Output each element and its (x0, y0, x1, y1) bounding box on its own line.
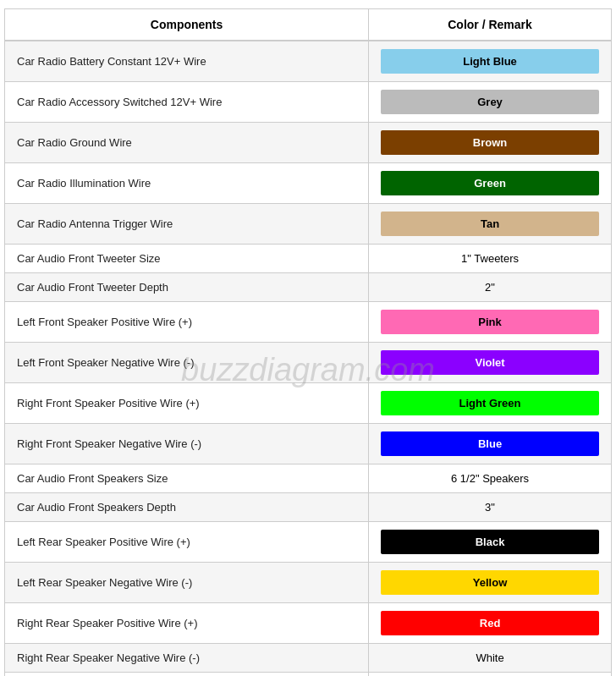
component-cell: Left Front Speaker Negative Wire (-) (5, 343, 369, 383)
table-row: Car Radio Ground WireBrown (5, 123, 611, 163)
color-badge: Light Blue (381, 49, 599, 74)
color-cell-container: 6" x 9" Speakers (369, 673, 611, 677)
table-row: Left Front Speaker Negative Wire (-)Viol… (5, 343, 611, 383)
table-row: Car Radio Accessory Switched 12V+ WireGr… (5, 82, 611, 123)
color-badge: Yellow (381, 570, 599, 595)
table-row: Right Front Speaker Negative Wire (-)Blu… (5, 424, 611, 464)
component-cell: Left Front Speaker Positive Wire (+) (5, 302, 369, 343)
color-badge: Light Green (381, 391, 599, 415)
table-row: Right Front Speaker Positive Wire (+)Lig… (5, 383, 611, 424)
table-row: Car Audio Rear Speakers Size6" x 9" Spea… (5, 673, 611, 677)
color-cell-container: Blue (369, 424, 611, 464)
table-wrapper: buzzdiagram.com Components Color / Remar… (4, 8, 612, 676)
header-components: Components (5, 9, 369, 41)
wiring-table: Components Color / Remark Car Radio Batt… (5, 9, 611, 676)
table-row: Right Rear Speaker Positive Wire (+)Red (5, 603, 611, 644)
color-cell-container: Green (369, 163, 611, 204)
table-row: Car Radio Antenna Trigger WireTan (5, 204, 611, 245)
table-row: Car Radio Battery Constant 12V+ WireLigh… (5, 41, 611, 82)
color-cell-container: Red (369, 603, 611, 644)
color-cell-container: White (369, 644, 611, 673)
table-row: Car Audio Front Speakers Depth3" (5, 493, 611, 522)
component-cell: Right Rear Speaker Positive Wire (+) (5, 603, 369, 644)
color-cell-container: Light Blue (369, 41, 611, 82)
table-row: Car Audio Front Tweeter Size1" Tweeters (5, 245, 611, 273)
color-badge: Pink (381, 310, 599, 334)
color-cell-container: 1" Tweeters (369, 245, 611, 273)
component-cell: Car Audio Front Tweeter Size (5, 245, 369, 273)
table-row: Left Rear Speaker Negative Wire (-)Yello… (5, 563, 611, 603)
header-color-remark: Color / Remark (369, 9, 611, 41)
table-row: Left Front Speaker Positive Wire (+)Pink (5, 302, 611, 343)
color-cell-container: Light Green (369, 383, 611, 424)
color-cell-container: 6 1/2" Speakers (369, 464, 611, 493)
color-cell-container: Tan (369, 204, 611, 245)
component-cell: Car Radio Ground Wire (5, 123, 369, 163)
component-cell: Left Rear Speaker Positive Wire (+) (5, 522, 369, 563)
table-row: Car Radio Illumination WireGreen (5, 163, 611, 204)
table-row: Car Audio Front Speakers Size6 1/2" Spea… (5, 464, 611, 493)
component-cell: Car Audio Front Speakers Size (5, 464, 369, 493)
color-badge: Violet (381, 350, 599, 375)
component-cell: Car Audio Front Speakers Depth (5, 493, 369, 522)
component-cell: Right Rear Speaker Negative Wire (-) (5, 644, 369, 673)
component-cell: Car Audio Rear Speakers Size (5, 673, 369, 677)
color-cell-container: Violet (369, 343, 611, 383)
component-cell: Car Audio Front Tweeter Depth (5, 273, 369, 302)
color-cell-container: Pink (369, 302, 611, 343)
component-cell: Car Radio Illumination Wire (5, 163, 369, 204)
component-cell: Right Front Speaker Negative Wire (-) (5, 424, 369, 464)
color-cell-container: Grey (369, 82, 611, 123)
color-badge: Red (381, 611, 599, 635)
component-cell: Car Radio Accessory Switched 12V+ Wire (5, 82, 369, 123)
component-cell: Right Front Speaker Positive Wire (+) (5, 383, 369, 424)
color-cell-container: 3" (369, 493, 611, 522)
table-row: Right Rear Speaker Negative Wire (-)Whit… (5, 644, 611, 673)
color-badge: Blue (381, 431, 599, 456)
color-cell-container: Black (369, 522, 611, 563)
component-cell: Left Rear Speaker Negative Wire (-) (5, 563, 369, 603)
component-cell: Car Radio Battery Constant 12V+ Wire (5, 41, 369, 82)
color-badge: Brown (381, 130, 599, 155)
component-cell: Car Radio Antenna Trigger Wire (5, 204, 369, 245)
color-cell-container: Brown (369, 123, 611, 163)
table-row: Car Audio Front Tweeter Depth2" (5, 273, 611, 302)
color-badge: Black (381, 530, 599, 554)
color-badge: Tan (381, 212, 599, 236)
table-row: Left Rear Speaker Positive Wire (+)Black (5, 522, 611, 563)
color-cell-container: Yellow (369, 563, 611, 603)
color-badge: Green (381, 171, 599, 195)
color-badge: Grey (381, 90, 599, 114)
color-cell-container: 2" (369, 273, 611, 302)
table-container: Components Color / Remark Car Radio Batt… (4, 8, 612, 676)
